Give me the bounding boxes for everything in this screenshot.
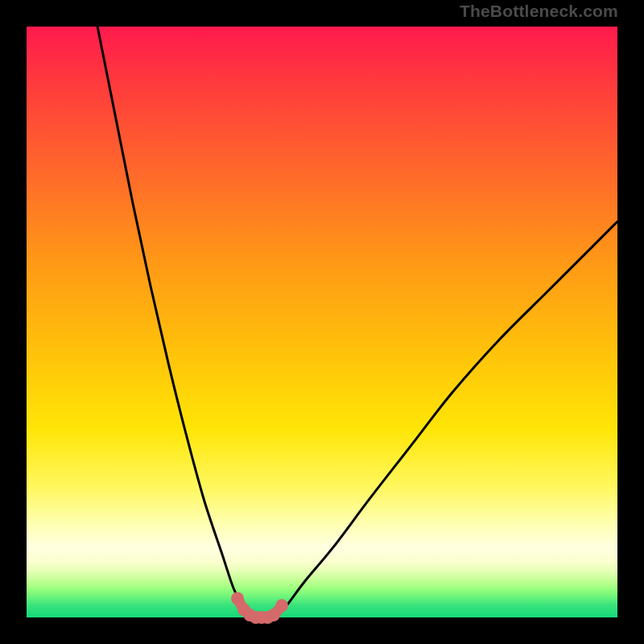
optimal-marker <box>275 599 288 612</box>
curve-layer <box>0 0 644 644</box>
chart-frame: TheBottleneck.com <box>0 0 644 644</box>
curve-left-branch <box>97 27 251 617</box>
optimal-marker <box>231 592 244 605</box>
watermark-text: TheBottleneck.com <box>460 2 618 21</box>
curve-right-branch <box>275 221 617 617</box>
